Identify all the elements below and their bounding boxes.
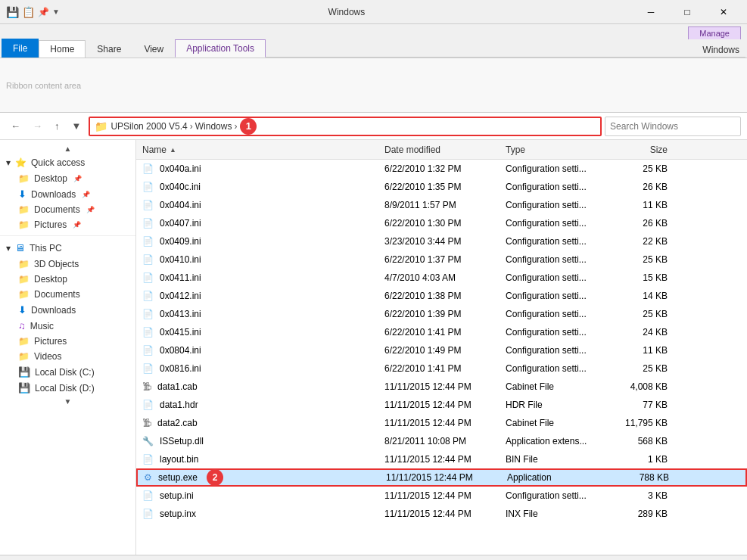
file-name-cell: 📄 layout.bin [136, 454, 378, 465]
table-row[interactable]: 📄 0x0804.ini 6/22/2010 1:49 PM Configura… [136, 341, 747, 359]
save-icon: 💾 [6, 6, 19, 18]
sort-arrow-icon: ▲ [170, 146, 176, 154]
recent-locations-button[interactable]: ▼ [67, 117, 86, 135]
tab-home[interactable]: Home [39, 40, 86, 58]
file-name-cell: 📄 0x0404.ini [136, 200, 378, 210]
file-date-cell: 4/7/2010 4:03 AM [378, 272, 500, 283]
table-row[interactable]: 📄 data1.hdr 11/11/2015 12:44 PM HDR File… [136, 396, 747, 414]
sidebar-item-videos[interactable]: 📁 Videos [0, 349, 135, 364]
address-badge-1: 1 [240, 118, 257, 135]
back-button[interactable]: ← [6, 117, 25, 135]
file-name-cell: ⚙ setup.exe 2 [138, 469, 380, 486]
file-date-cell: 6/22/2010 1:41 PM [378, 363, 500, 374]
table-row[interactable]: 📄 0x040c.ini 6/22/2010 1:35 PM Configura… [136, 178, 747, 196]
dropdown-icon[interactable]: ▼ [52, 8, 60, 16]
table-row[interactable]: 📄 0x0409.ini 3/23/2010 3:44 PM Configura… [136, 232, 747, 250]
file-date-cell: 6/22/2010 1:41 PM [378, 327, 500, 338]
file-date-cell: 11/11/2015 12:44 PM [378, 509, 500, 519]
address-bar[interactable]: 📁 UPSilon 2000 V5.4 › Windows › 1 [89, 117, 602, 136]
tab-share[interactable]: Share [86, 40, 132, 58]
tab-view[interactable]: View [132, 40, 175, 58]
up-button[interactable]: ↑ [50, 117, 64, 135]
file-type-cell: Cabinet File [500, 418, 613, 428]
sidebar-item-downloads-quick[interactable]: ⬇ Downloads 📌 [0, 186, 135, 202]
file-type-cell: HDR File [500, 400, 613, 410]
sidebar-item-desktop-quick[interactable]: 📁 Desktop 📌 [0, 171, 135, 186]
file-size-cell: 25 KB [613, 309, 674, 319]
sidebar-item-music[interactable]: ♫ Music [0, 318, 135, 334]
table-row[interactable]: 🗜 data2.cab 11/11/2015 12:44 PM Cabinet … [136, 414, 747, 432]
file-name-cell: 📄 0x0412.ini [136, 291, 378, 301]
file-type-cell: Configuration setti... [500, 363, 613, 374]
tab-file[interactable]: File [2, 39, 39, 58]
column-type[interactable]: Type [500, 145, 613, 155]
table-row[interactable]: 🗜 data1.cab 11/11/2015 12:44 PM Cabinet … [136, 378, 747, 396]
file-date-cell: 6/22/2010 1:35 PM [378, 182, 500, 192]
file-name-cell: 🔧 ISSetup.dll [136, 436, 378, 446]
table-row[interactable]: 📄 layout.bin 11/11/2015 12:44 PM BIN Fil… [136, 450, 747, 468]
file-type-cell: Application extens... [500, 436, 613, 446]
table-row[interactable]: 📄 0x0407.ini 6/22/2010 1:30 PM Configura… [136, 214, 747, 232]
table-row[interactable]: 📄 setup.inx 11/11/2015 12:44 PM INX File… [136, 505, 747, 523]
table-row[interactable]: 📄 setup.ini 11/11/2015 12:44 PM Configur… [136, 487, 747, 505]
file-date-cell: 11/11/2015 12:44 PM [378, 454, 500, 465]
sidebar-item-desktop-pc[interactable]: 📁 Desktop [0, 272, 135, 287]
file-size-cell: 26 KB [613, 218, 674, 229]
ribbon-panel: Ribbon content area [0, 58, 747, 113]
sidebar-item-3d-objects[interactable]: 📁 3D Objects [0, 257, 135, 272]
sidebar-item-local-d[interactable]: 💾 Local Disk (D:) [0, 380, 135, 396]
file-name-cell: 📄 0x0407.ini [136, 218, 378, 229]
downloads-folder-icon: ⬇ [18, 304, 26, 316]
pin-icon: 📌 [38, 7, 49, 17]
file-type-cell: Configuration setti... [500, 163, 613, 174]
table-row[interactable]: 📄 0x0410.ini 6/22/2010 1:37 PM Configura… [136, 250, 747, 269]
file-type-cell: Configuration setti... [500, 345, 613, 356]
sidebar-item-pictures-quick[interactable]: 📁 Pictures 📌 [0, 217, 135, 232]
table-row[interactable]: 📄 0x0415.ini 6/22/2010 1:41 PM Configura… [136, 323, 747, 341]
column-size[interactable]: Size [613, 145, 674, 155]
tab-apptools[interactable]: Application Tools [175, 39, 266, 58]
column-date[interactable]: Date modified [378, 145, 500, 155]
table-row[interactable]: 📄 0x0413.ini 6/22/2010 1:39 PM Configura… [136, 305, 747, 323]
quick-access-icon: ⭐ [15, 157, 26, 168]
sidebar-item-local-c[interactable]: 💾 Local Disk (C:) [0, 364, 135, 380]
sidebar-item-downloads-pc[interactable]: ⬇ Downloads [0, 302, 135, 318]
pictures-folder-icon: 📁 [18, 336, 30, 347]
table-row[interactable]: 📄 0x0816.ini 6/22/2010 1:41 PM Configura… [136, 359, 747, 378]
table-row[interactable]: ⚙ setup.exe 2 11/11/2015 12:44 PM Applic… [136, 468, 747, 487]
table-row[interactable]: 📄 0x0404.ini 8/9/2011 1:57 PM Configurat… [136, 196, 747, 214]
table-row[interactable]: 🔧 ISSetup.dll 8/21/2011 10:08 PM Applica… [136, 432, 747, 450]
folder-icon: 📁 [18, 274, 30, 285]
file-name-cell: 📄 0x0415.ini [136, 327, 378, 338]
close-button[interactable]: ✕ [706, 1, 741, 23]
sidebar-item-pictures-pc[interactable]: 📁 Pictures [0, 334, 135, 349]
minimize-button[interactable]: ─ [633, 1, 668, 23]
file-type-cell: Application [501, 472, 615, 483]
column-name[interactable]: Name ▲ [136, 145, 378, 155]
sidebar-scroll-up[interactable]: ▲ [0, 143, 135, 154]
disk-icon: 💾 [18, 366, 30, 378]
table-row[interactable]: 📄 0x0411.ini 4/7/2010 4:03 AM Configurat… [136, 269, 747, 287]
file-name-cell: 📄 setup.ini [136, 490, 378, 501]
table-row[interactable]: 📄 0x0412.ini 6/22/2010 1:38 PM Configura… [136, 287, 747, 305]
address-path: UPSilon 2000 V5.4 › Windows › [110, 121, 237, 132]
file-size-cell: 15 KB [613, 272, 674, 283]
file-date-cell: 6/22/2010 1:49 PM [378, 345, 500, 356]
folder-icon: 📁 [18, 259, 30, 269]
file-name-cell: 📄 0x0410.ini [136, 254, 378, 265]
sidebar-quick-access[interactable]: ▾ ⭐ Quick access [0, 154, 135, 171]
sidebar-scroll-down[interactable]: ▼ [0, 396, 135, 407]
file-date-cell: 6/22/2010 1:30 PM [378, 218, 500, 229]
file-type-cell: Configuration setti... [500, 291, 613, 301]
forward-button[interactable]: → [28, 117, 47, 135]
sidebar-this-pc[interactable]: ▾ 🖥 This PC [0, 239, 135, 257]
maximize-button[interactable]: □ [670, 1, 705, 23]
windows-label: Windows [696, 43, 745, 58]
table-row[interactable]: 📄 0x040a.ini 6/22/2010 1:32 PM Configura… [136, 160, 747, 178]
sidebar-item-documents-pc[interactable]: 📁 Documents [0, 287, 135, 302]
file-name-cell: 📄 0x0411.ini [136, 272, 378, 283]
file-type-cell: Cabinet File [500, 381, 613, 392]
sidebar-item-documents-quick[interactable]: 📁 Documents 📌 [0, 202, 135, 217]
search-input[interactable] [605, 117, 741, 136]
file-date-cell: 11/11/2015 12:44 PM [378, 400, 500, 410]
